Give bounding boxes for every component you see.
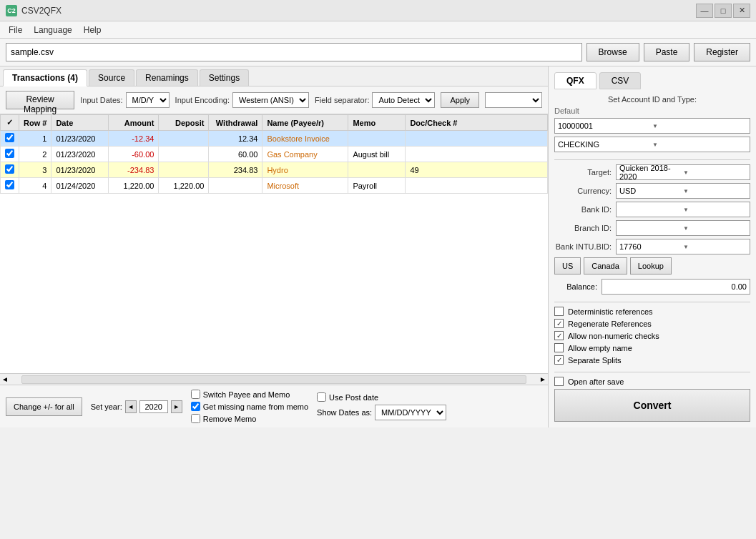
checkbox-icon-allow_non_numeric[interactable] <box>554 331 564 340</box>
table-row[interactable]: 1 01/23/2020 -12.34 12.34 Bookstore Invo… <box>1 131 548 147</box>
bank-id-row: Bank ID: ▼ <box>554 202 750 217</box>
right-tab-qfx[interactable]: QFX <box>554 72 597 89</box>
toolbar: Browse Paste Register <box>0 39 756 66</box>
use-post-date-check[interactable]: Use Post date <box>317 392 446 402</box>
lookup-button[interactable]: Lookup <box>630 257 672 275</box>
set-year-label: Set year: <box>91 402 122 411</box>
left-panel: Transactions (4) Source Renamings Settin… <box>0 66 549 427</box>
switch-payee-memo-input[interactable] <box>191 390 200 399</box>
year-next-button[interactable]: ► <box>171 400 182 413</box>
row-doc-1 <box>406 147 548 162</box>
checkbox-allow_empty[interactable]: Allow empty name <box>554 343 750 352</box>
checkbox-regen_ref[interactable]: Regenerate References <box>554 319 750 328</box>
show-dates-group: Show Dates as: MM/DD/YYYY DD/MM/YYYY YYY… <box>317 405 446 420</box>
use-post-date-input[interactable] <box>317 392 326 402</box>
row-check-2[interactable] <box>1 162 19 178</box>
table-row[interactable]: 3 01/23/2020 -234.83 234.83 Hydro 49 <box>1 162 548 178</box>
right-tab-csv[interactable]: CSV <box>599 72 642 89</box>
get-missing-name-input[interactable] <box>191 402 200 411</box>
row-num-3: 4 <box>19 178 51 194</box>
review-mapping-button[interactable]: Review Mapping <box>6 91 74 109</box>
row-checkbox-2[interactable] <box>5 164 14 174</box>
row-withdrawal-3 <box>209 178 262 194</box>
tab-settings[interactable]: Settings <box>200 69 249 86</box>
row-checkbox-1[interactable] <box>5 149 14 158</box>
app-icon: C2 <box>6 5 17 16</box>
scroll-track[interactable] <box>21 375 526 384</box>
browse-button[interactable]: Browse <box>586 43 639 61</box>
bottom-bar: Change +/- for all Set year: ◄ ► Switch … <box>0 385 548 427</box>
open-after-save-checkbox-icon[interactable] <box>554 377 564 386</box>
account-id-arrow-icon: ▼ <box>652 123 747 129</box>
checkbox-icon-sep_splits[interactable] <box>554 355 564 365</box>
get-missing-name-label: Get missing name from memo <box>203 402 308 411</box>
branch-id-dropdown[interactable]: ▼ <box>616 220 750 236</box>
bank-id-dropdown[interactable]: ▼ <box>616 202 750 217</box>
account-type-dropdown[interactable]: CHECKING ▼ <box>554 137 750 152</box>
register-button[interactable]: Register <box>694 43 750 61</box>
target-dropdown[interactable]: Quicken 2018-2020 ▼ <box>616 164 750 180</box>
close-button[interactable]: ✕ <box>733 4 750 18</box>
input-encoding-select[interactable]: Western (ANSI) UTF-8 <box>232 92 309 108</box>
change-amount-button[interactable]: Change +/- for all <box>6 397 82 416</box>
checkbox-det_ref[interactable]: Deterministic references <box>554 307 750 316</box>
scroll-right-btn[interactable]: ► <box>538 375 548 383</box>
remove-memo-check[interactable]: Remove Memo <box>191 414 308 423</box>
input-dates-select[interactable]: M/D/Y D/M/Y Y/M/D <box>126 92 170 108</box>
set-year-group: Set year: ◄ ► <box>91 400 182 413</box>
balance-input[interactable] <box>602 279 750 295</box>
paste-button[interactable]: Paste <box>644 43 690 61</box>
tab-transactions[interactable]: Transactions (4) <box>3 69 87 86</box>
row-amount-0: -12.34 <box>109 131 159 147</box>
horizontal-scrollbar[interactable]: ◄ ► <box>0 373 548 385</box>
bank-btn-group: US Canada Lookup <box>554 257 750 275</box>
year-prev-button[interactable]: ◄ <box>125 400 137 413</box>
currency-dropdown[interactable]: USD ▼ <box>616 183 750 199</box>
get-missing-name-check[interactable]: Get missing name from memo <box>191 402 308 411</box>
row-doc-3 <box>406 178 548 194</box>
scroll-left-btn[interactable]: ◄ <box>0 375 10 383</box>
menu-help[interactable]: Help <box>78 24 107 36</box>
branch-id-arrow-icon: ▼ <box>683 225 747 232</box>
row-amount-3: 1,220.00 <box>109 178 159 194</box>
year-input[interactable] <box>139 400 168 413</box>
maximize-button[interactable]: □ <box>715 4 732 18</box>
input-encoding-group: Input Encoding: Western (ANSI) UTF-8 <box>175 92 309 108</box>
checkbox-allow_non_numeric[interactable]: Allow non-numeric checks <box>554 331 750 340</box>
us-button[interactable]: US <box>554 257 581 275</box>
remove-memo-input[interactable] <box>191 414 200 423</box>
row-withdrawal-0: 12.34 <box>209 131 262 147</box>
tab-renamings[interactable]: Renamings <box>136 69 198 86</box>
column-map-select[interactable] <box>485 92 542 108</box>
table-row[interactable]: 4 01/24/2020 1,220.00 1,220.00 Microsoft… <box>1 178 548 194</box>
switch-payee-memo-check[interactable]: Switch Payee and Memo <box>191 390 308 399</box>
row-num-0: 1 <box>19 131 51 147</box>
row-check-0[interactable] <box>1 131 19 147</box>
row-checkbox-0[interactable] <box>5 133 14 142</box>
row-date-3: 01/24/2020 <box>51 178 109 194</box>
checkbox-label-allow_non_numeric: Allow non-numeric checks <box>568 332 659 340</box>
row-checkbox-3[interactable] <box>5 180 14 189</box>
convert-button[interactable]: Convert <box>554 389 750 422</box>
checkbox-icon-regen_ref[interactable] <box>554 319 564 328</box>
menu-file[interactable]: File <box>3 24 28 36</box>
bank-intu-dropdown[interactable]: 17760 ▼ <box>616 239 750 254</box>
row-check-3[interactable] <box>1 178 19 194</box>
row-deposit-2 <box>159 162 209 178</box>
account-id-dropdown[interactable]: 10000001 ▼ <box>554 118 750 134</box>
checkbox-sep_splits[interactable]: Separate Splits <box>554 355 750 365</box>
field-separator-select[interactable]: Auto Detect Comma Semicolon Tab <box>372 92 435 108</box>
menu-language[interactable]: Language <box>28 24 77 36</box>
table-row[interactable]: 2 01/23/2020 -60.00 60.00 Gas Company Au… <box>1 147 548 162</box>
minimize-button[interactable]: — <box>696 4 713 18</box>
file-path-input[interactable] <box>6 43 582 61</box>
checkbox-icon-allow_empty[interactable] <box>554 343 564 352</box>
tab-source[interactable]: Source <box>89 69 134 86</box>
open-after-save-check[interactable]: Open after save <box>554 377 750 386</box>
row-check-1[interactable] <box>1 147 19 162</box>
bank-intu-value: 17760 <box>619 242 683 251</box>
canada-button[interactable]: Canada <box>584 257 627 275</box>
checkbox-icon-det_ref[interactable] <box>554 307 564 316</box>
dates-format-select[interactable]: MM/DD/YYYY DD/MM/YYYY YYYY/MM/DD <box>375 405 446 420</box>
apply-button[interactable]: Apply <box>441 92 479 108</box>
